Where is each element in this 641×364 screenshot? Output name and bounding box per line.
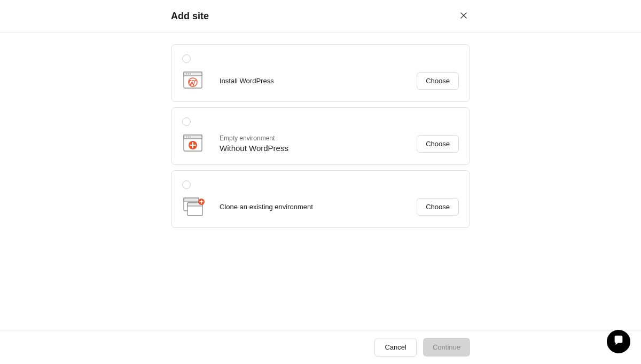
svg-point-3 bbox=[188, 74, 189, 75]
plus-window-icon bbox=[182, 133, 205, 154]
option-title: Without WordPress bbox=[220, 144, 288, 153]
choose-button[interactable]: Choose bbox=[417, 135, 459, 153]
cancel-button[interactable]: Cancel bbox=[374, 338, 416, 357]
option-empty-environment[interactable]: Empty environment Without WordPress Choo… bbox=[171, 107, 470, 165]
option-title: Install WordPress bbox=[220, 77, 274, 85]
chat-icon bbox=[613, 335, 624, 349]
choose-button[interactable]: Choose bbox=[417, 198, 459, 216]
svg-point-2 bbox=[186, 74, 187, 75]
svg-point-9 bbox=[188, 137, 189, 138]
option-body: Clone an existing environment Choose bbox=[182, 196, 459, 217]
modal-header: Add site bbox=[0, 0, 641, 33]
radio-indicator[interactable] bbox=[182, 180, 191, 189]
option-left: Install WordPress bbox=[182, 70, 274, 91]
page-title: Add site bbox=[171, 11, 209, 22]
modal-footer: Cancel Continue bbox=[0, 330, 641, 364]
option-text: Install WordPress bbox=[220, 77, 274, 85]
radio-indicator[interactable] bbox=[182, 54, 191, 63]
footer-inner: Cancel Continue bbox=[171, 338, 470, 357]
svg-point-8 bbox=[186, 137, 187, 138]
option-title: Clone an existing environment bbox=[220, 203, 313, 211]
option-body: Empty environment Without WordPress Choo… bbox=[182, 133, 459, 154]
continue-button: Continue bbox=[423, 338, 470, 357]
close-button[interactable] bbox=[457, 10, 470, 22]
radio-indicator[interactable] bbox=[182, 117, 191, 126]
option-left: Empty environment Without WordPress bbox=[182, 133, 288, 154]
clone-window-icon bbox=[182, 196, 205, 217]
option-text: Clone an existing environment bbox=[220, 203, 313, 211]
close-icon bbox=[460, 11, 467, 21]
svg-point-4 bbox=[190, 74, 191, 75]
option-left: Clone an existing environment bbox=[182, 196, 313, 217]
option-text: Empty environment Without WordPress bbox=[220, 134, 288, 153]
option-eyebrow: Empty environment bbox=[220, 134, 288, 142]
header-inner: Add site bbox=[171, 10, 470, 22]
svg-rect-13 bbox=[184, 198, 199, 201]
svg-point-10 bbox=[190, 137, 191, 138]
option-clone-environment[interactable]: Clone an existing environment Choose bbox=[171, 170, 470, 228]
wordpress-window-icon bbox=[182, 70, 205, 91]
options-list: Install WordPress Choose bbox=[171, 44, 470, 228]
chat-widget-button[interactable] bbox=[607, 330, 630, 353]
choose-button[interactable]: Choose bbox=[417, 72, 459, 90]
option-install-wordpress[interactable]: Install WordPress Choose bbox=[171, 44, 470, 102]
option-body: Install WordPress Choose bbox=[182, 70, 459, 91]
